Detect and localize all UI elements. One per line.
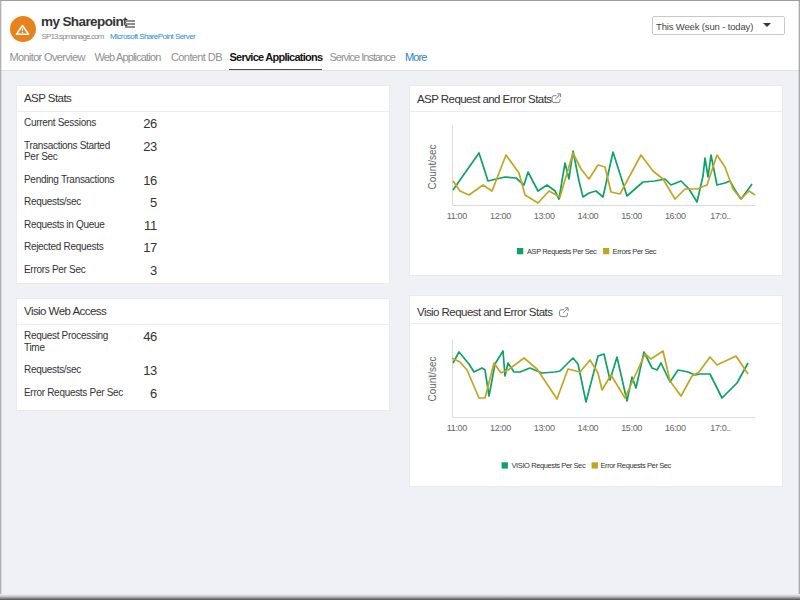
- svg-text:11:00: 11:00: [447, 211, 467, 221]
- svg-text:17:0..: 17:0..: [710, 211, 730, 221]
- svg-text:Error Requests Per Sec: Error Requests Per Sec: [601, 461, 672, 470]
- svg-text:16:00: 16:00: [665, 211, 686, 221]
- svg-text:Errors Per Sec: Errors Per Sec: [613, 247, 657, 256]
- svg-text:VISIO Requests Per Sec: VISIO Requests Per Sec: [512, 461, 586, 470]
- svg-text:13:00: 13:00: [534, 211, 555, 221]
- svg-text:12:00: 12:00: [490, 423, 511, 433]
- svg-text:ASP Requests Per Sec: ASP Requests Per Sec: [527, 247, 597, 256]
- svg-text:15:00: 15:00: [621, 423, 642, 433]
- svg-text:17:0..: 17:0..: [710, 423, 730, 433]
- svg-text:12:00: 12:00: [490, 211, 511, 221]
- svg-text:Count/sec: Count/sec: [427, 356, 438, 401]
- svg-text:11:00: 11:00: [447, 423, 467, 433]
- svg-text:14:00: 14:00: [578, 211, 599, 221]
- svg-text:13:00: 13:00: [534, 423, 555, 433]
- svg-text:Count/sec: Count/sec: [427, 144, 438, 189]
- svg-text:16:00: 16:00: [665, 423, 686, 433]
- svg-text:15:00: 15:00: [621, 211, 642, 221]
- svg-text:14:00: 14:00: [578, 423, 599, 433]
